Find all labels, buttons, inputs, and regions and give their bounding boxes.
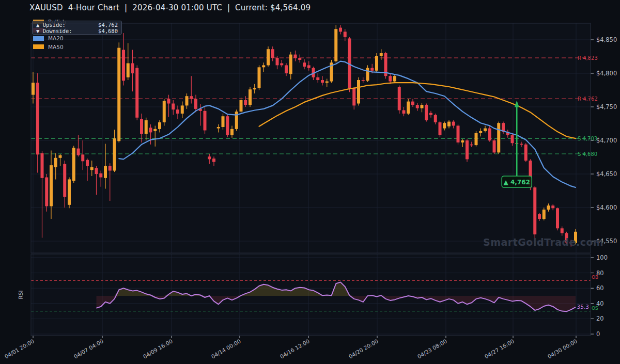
- rsi-axis: 100806040200: [591, 254, 608, 338]
- candle-body: [547, 205, 550, 210]
- date-axis: 04/01 20:0004/07 04:0004/09 16:0004/14 0…: [4, 336, 578, 360]
- candle-body: [68, 179, 71, 204]
- candle-body: [181, 105, 184, 114]
- candle-body: [280, 64, 283, 66]
- candle-body: [326, 82, 329, 83]
- chart-title: XAUUSD 4-Hour Chart | 2026-04-30 01:00 U…: [29, 3, 311, 12]
- candle-body: [380, 53, 383, 56]
- candle-body: [113, 138, 116, 170]
- upside-label: Upside:: [43, 22, 66, 28]
- candle-body: [41, 153, 44, 178]
- candle-body: [551, 205, 554, 208]
- candle-body: [167, 99, 171, 103]
- candle-body: [416, 105, 419, 108]
- candle-body: [556, 208, 559, 228]
- candle-body: [443, 123, 446, 128]
- candle-body: [212, 159, 215, 162]
- candle-body: [176, 109, 179, 114]
- candle-body: [95, 168, 98, 174]
- down-arrow-icon: ▼: [36, 28, 39, 34]
- price-chart[interactable]: R 4,823R 4,762S 4,703S 4,680▲ 4,762$4,85…: [0, 0, 620, 364]
- candle-body: [393, 76, 396, 81]
- candle-body: [226, 116, 229, 135]
- downside-label: Downside:: [43, 28, 72, 34]
- level-label-4703: S 4,703: [578, 136, 597, 141]
- date-tick-label: 04/27 16:00: [484, 338, 515, 359]
- rsi-axis-title: RSI: [18, 290, 24, 299]
- candle-body: [334, 29, 337, 61]
- rsi-current-value: 35.3: [577, 304, 589, 310]
- candle-body: [63, 164, 66, 197]
- price-tick-label: $4,650: [596, 170, 617, 178]
- up-arrow-icon: ▲: [36, 22, 39, 28]
- candle-body: [194, 99, 197, 109]
- downside-value: $4,680: [98, 28, 118, 35]
- date-tick-label: 04/07 04:00: [73, 338, 104, 359]
- date-tick-label: 04/30 00:00: [547, 338, 578, 359]
- candle-body: [375, 56, 378, 71]
- candle-body: [475, 133, 478, 145]
- candle-body: [352, 88, 355, 106]
- candle-body: [230, 129, 234, 135]
- candle-body: [370, 68, 374, 71]
- candle-body: [542, 210, 546, 219]
- price-tick-label: $4,700: [596, 137, 617, 144]
- rsi-tick-label: 80: [596, 270, 604, 277]
- candle-body: [407, 102, 410, 114]
- candle-body: [366, 68, 369, 81]
- candle-body: [244, 100, 247, 105]
- candle-body: [45, 178, 48, 207]
- candle-body: [488, 129, 491, 140]
- rsi-tick-label: 0: [596, 330, 600, 338]
- date-tick-label: 04/01 20:00: [4, 338, 35, 359]
- rsi-tick-label: 20: [596, 315, 604, 322]
- legend-label: MA50: [48, 44, 64, 50]
- candle-body: [262, 65, 265, 67]
- legend-item-ma50[interactable]: MA50: [33, 44, 64, 50]
- rsi-tick-label: 100: [596, 254, 608, 261]
- candle-body: [190, 96, 193, 99]
- candle-body: [479, 131, 482, 133]
- level-label-4762: R 4,762: [578, 96, 598, 102]
- legend-item-ma20[interactable]: MA20: [33, 35, 64, 41]
- candle-body: [222, 116, 225, 127]
- candle-body: [289, 55, 292, 74]
- candle-body: [447, 122, 451, 126]
- candle-body: [185, 96, 189, 105]
- candle-body: [497, 123, 500, 152]
- candle-body: [434, 115, 437, 122]
- candle-body: [131, 64, 134, 74]
- candle-body: [172, 104, 175, 110]
- candle-body: [316, 77, 319, 80]
- candle-body: [538, 214, 541, 219]
- candle-body: [484, 129, 487, 131]
- candle-body: [81, 154, 84, 161]
- candle-body: [122, 50, 125, 81]
- candle-body: [561, 228, 564, 233]
- candle-body: [461, 140, 464, 143]
- candle-body: [127, 64, 130, 77]
- price-tick-label: $4,800: [596, 70, 617, 77]
- price-tick-label: $4,750: [596, 103, 617, 110]
- candle-body: [339, 28, 342, 32]
- candle-body: [90, 167, 94, 170]
- date-tick-label: 04/14 00:00: [210, 338, 242, 359]
- candle-body: [50, 165, 53, 206]
- candle-body: [398, 87, 401, 110]
- candle-body: [267, 49, 270, 65]
- rsi-tick-label: 40: [596, 300, 604, 307]
- candle-body: [240, 100, 243, 112]
- candle-body: [153, 129, 157, 131]
- candle-body: [249, 89, 252, 105]
- candle-body: [276, 58, 279, 65]
- candle-body: [357, 80, 360, 104]
- candle-body: [298, 58, 301, 60]
- candle-body: [533, 187, 536, 234]
- date-tick-label: 04/23 08:00: [416, 338, 448, 359]
- candle-body: [36, 83, 39, 154]
- candle-body: [54, 158, 57, 167]
- candle-body: [140, 119, 143, 134]
- candle-body: [117, 48, 120, 141]
- levels-tooltip: ▲ Upside: $4,762 ▼ Downside: $4,680: [32, 21, 122, 35]
- candle-body: [271, 49, 274, 58]
